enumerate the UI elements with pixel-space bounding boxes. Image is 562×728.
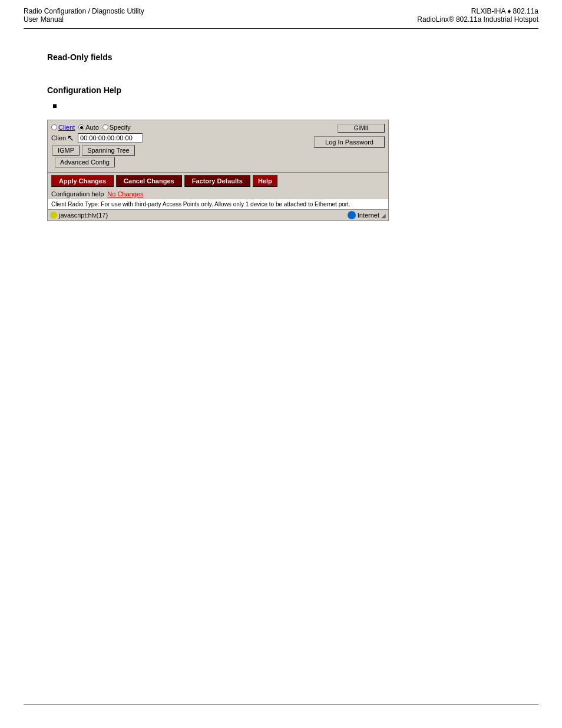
ui-left: Client Auto Specify <box>51 124 297 169</box>
page-content: Read-Only fields Configuration Help Clie… <box>0 29 562 245</box>
description-text: Client Radio Type: For use with third-pa… <box>48 199 388 209</box>
radio-auto-label: Auto <box>85 124 99 131</box>
ui-right: GIMII Log In Password <box>302 124 385 169</box>
client-row: Clien ↖ <box>51 133 297 143</box>
factory-defaults-button[interactable]: Factory Defaults <box>184 175 250 187</box>
login-password-button[interactable]: Log In Password <box>314 136 385 148</box>
header-left-line2: User Manual <box>24 15 144 24</box>
apply-changes-button[interactable]: Apply Changes <box>51 175 114 187</box>
ui-layout: Client Auto Specify <box>51 124 385 169</box>
cursor-icon: ↖ <box>67 133 74 143</box>
radio-client-label: Client <box>58 124 75 131</box>
resize-handle-icon: ◢ <box>381 212 386 219</box>
radio-auto-circle <box>78 124 84 130</box>
status-icon <box>50 212 57 219</box>
action-bar: Apply Changes Cancel Changes Factory Def… <box>48 172 388 189</box>
radio-specify-option[interactable]: Specify <box>103 124 131 131</box>
ui-screenshot: Client Auto Specify <box>47 120 389 221</box>
internet-icon <box>348 211 356 219</box>
help-button[interactable]: Help <box>253 175 277 187</box>
header-right: RLXIB-IHA ♦ 802.11a RadioLinx® 802.11a I… <box>417 7 538 24</box>
igmp-button[interactable]: IGMP <box>52 145 80 156</box>
config-help-row: Configuration help No Changes <box>48 189 388 199</box>
client-label-text: Clien <box>51 134 66 141</box>
igmp-spanning-row: IGMP Spanning Tree <box>52 145 297 156</box>
page-header: Radio Configuration / Diagnostic Utility… <box>0 0 562 28</box>
status-bar: javascript:hlv(17) Internet ◢ <box>48 209 388 220</box>
mac-address-input[interactable] <box>78 133 143 143</box>
radio-client-circle <box>51 124 57 130</box>
read-only-title: Read-Only fields <box>47 52 538 62</box>
bullet-item <box>53 102 538 108</box>
status-internet: Internet <box>358 212 379 219</box>
config-help-label: Configuration help <box>51 190 104 197</box>
radio-specify-label: Specify <box>110 124 131 131</box>
status-url: javascript:hlv(17) <box>59 212 108 219</box>
advanced-config-button[interactable]: Advanced Config <box>55 157 115 167</box>
client-label: Clien ↖ <box>51 133 74 143</box>
radio-auto-option[interactable]: Auto <box>78 124 99 131</box>
header-left-line1: Radio Configuration / Diagnostic Utility <box>24 7 144 15</box>
config-help-title: Configuration Help <box>47 85 538 95</box>
config-help-link[interactable]: No Changes <box>107 190 143 197</box>
header-left: Radio Configuration / Diagnostic Utility… <box>24 7 144 24</box>
status-right: Internet ◢ <box>348 211 386 219</box>
radio-row: Client Auto Specify <box>51 124 297 131</box>
advanced-config-row: Advanced Config <box>52 157 297 167</box>
header-right-line2: RadioLinx® 802.11a Industrial Hotspot <box>417 15 538 24</box>
radio-client-option[interactable]: Client <box>51 124 75 131</box>
gimii-button[interactable]: GIMII <box>338 124 385 133</box>
spanning-tree-button[interactable]: Spanning Tree <box>82 145 135 156</box>
cancel-changes-button[interactable]: Cancel Changes <box>116 175 182 187</box>
ui-inner: Client Auto Specify <box>48 120 388 172</box>
footer-divider <box>24 704 538 704</box>
status-left: javascript:hlv(17) <box>50 212 345 219</box>
header-right-line1: RLXIB-IHA ♦ 802.11a <box>417 7 538 15</box>
bullet-dot <box>53 104 57 108</box>
radio-specify-circle <box>103 124 108 130</box>
